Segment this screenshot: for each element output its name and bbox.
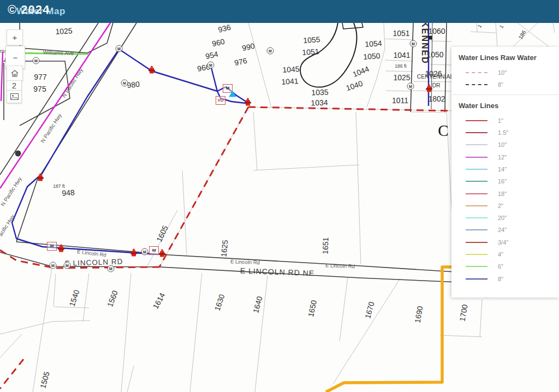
parcel-number-label: 1035: [311, 88, 329, 96]
parcel-number-label: 1045: [282, 65, 300, 74]
parcel-number-label: 1051: [302, 47, 319, 56]
legend-line-swatch: [466, 144, 487, 145]
legend-item: 24": [459, 224, 559, 236]
legend-line-swatch: [466, 254, 487, 255]
parcel-number-label: 980: [127, 80, 140, 89]
legend-item: 6": [459, 260, 559, 272]
legend-item: 4": [459, 248, 559, 260]
legend-panel: Water Lines Raw Water10"8"Water Lines1"1…: [451, 47, 559, 298]
legend-section: Water Lines1"1.5"10"12"14"16"18"2"20"24"…: [451, 95, 559, 288]
parcel-number-label: 187 ft: [53, 184, 64, 189]
water-meter-icon[interactable]: M: [141, 248, 148, 256]
level-button[interactable]: 2: [7, 80, 22, 91]
fire-hydrant-icon[interactable]: [38, 175, 43, 181]
legend-item-label: 3/4": [498, 239, 508, 246]
zoom-in-button[interactable]: +: [7, 29, 23, 45]
water-meter-icon[interactable]: M: [207, 62, 215, 69]
legend-item: 10": [459, 139, 559, 151]
parcel-number-label: 186 ft: [395, 64, 406, 69]
street-label-centennial-dr: DR: [432, 82, 440, 88]
parcel-number-label: 1041: [281, 77, 299, 86]
legend-item-label: 20": [498, 215, 507, 221]
fire-hydrant-icon[interactable]: [160, 251, 164, 257]
legend-line-swatch: [466, 229, 487, 230]
legend-item: 8": [459, 79, 559, 91]
valve-box-icon[interactable]: M: [149, 246, 159, 255]
parcel-number-label: 977: [34, 73, 46, 81]
legend-item-label: 16": [498, 178, 507, 185]
parcel-number-label: 1060: [428, 27, 445, 35]
legend-line-swatch: [466, 181, 487, 182]
legend-item: 1.5": [459, 127, 559, 139]
legend-item-label: 1.5": [498, 129, 508, 136]
parcel-number-label: 1011: [392, 97, 408, 104]
legend-line-swatch: [466, 120, 487, 121]
fire-hydrant-icon[interactable]: [150, 68, 154, 74]
legend-item: 12": [459, 151, 559, 163]
legend-item-label: 18": [498, 191, 507, 197]
parcel-number-label: 1802: [428, 95, 445, 103]
parcel-number-label: 1054: [365, 39, 382, 48]
boundary-orange: [326, 267, 452, 392]
fire-hydrant-icon[interactable]: [132, 251, 136, 257]
legend-item-label: 6": [498, 263, 503, 270]
home-button[interactable]: [7, 66, 23, 81]
legend-item-label: 10": [498, 141, 507, 148]
legend-item: 14": [459, 163, 559, 175]
legend-item-label: 10": [498, 69, 507, 76]
legend-item-label: 2": [498, 203, 503, 209]
water-meter-icon[interactable]: M: [50, 262, 57, 269]
parcel-number-label: 1625: [220, 240, 229, 257]
legend-section-title: Water Lines Raw Water: [459, 54, 559, 62]
water-meter-icon[interactable]: M: [64, 262, 71, 269]
legend-line-swatch: [466, 193, 487, 194]
legend-line-swatch: [466, 132, 487, 133]
water-meter-icon[interactable]: M: [410, 40, 417, 47]
fire-hydrant-icon[interactable]: [427, 86, 431, 92]
basemap-button[interactable]: [7, 90, 22, 103]
legend-line-swatch: [466, 169, 487, 170]
fire-hydrant-icon[interactable]: [59, 246, 63, 252]
legend-item-label: 12": [498, 154, 507, 161]
parcel-number-label: 1041: [393, 51, 410, 59]
legend-line-swatch: [466, 205, 487, 206]
water-meter-icon[interactable]: M: [108, 265, 115, 272]
legend-line-swatch: [466, 84, 487, 85]
legend-item: 8": [459, 272, 559, 284]
fire-hydrant-icon[interactable]: [246, 100, 250, 106]
legend-item: 20": [459, 212, 559, 224]
legend-line-swatch: [466, 217, 487, 218]
parcel-number-label: 1055: [303, 35, 320, 44]
valve-icon[interactable]: [429, 36, 432, 40]
well-icon[interactable]: [15, 151, 21, 157]
legend-line-swatch: [466, 266, 487, 267]
parcel-number-label: 975: [33, 85, 46, 93]
valve-box-icon[interactable]: M: [47, 242, 57, 251]
pond-top-rect: [342, 23, 363, 29]
parcel-number-label: 1050: [363, 52, 380, 61]
legend-item: 18": [459, 187, 559, 199]
legend-item-label: 14": [498, 166, 507, 173]
legend-item: 3/4": [459, 236, 559, 248]
pump-triangle-icon[interactable]: [229, 91, 236, 97]
water-meter-icon[interactable]: M: [116, 45, 123, 52]
legend-line-swatch: [466, 157, 487, 158]
water-meter-icon[interactable]: M: [121, 80, 128, 87]
parcel-number-label: 1651: [321, 237, 329, 254]
water-meter-icon[interactable]: M: [407, 83, 414, 90]
parcel-number-label: 1050: [426, 51, 443, 58]
legend-section-title: Water Lines: [459, 102, 559, 110]
valve-box-vu-icon[interactable]: VU: [216, 96, 225, 105]
image-icon: [10, 93, 19, 100]
legend-item-label: 1": [498, 117, 503, 124]
parcel-number-label: 1034: [311, 98, 328, 106]
legend-item: 2": [459, 200, 559, 212]
parcel-number-label: 1025: [393, 74, 410, 81]
partial-map-title: C: [438, 123, 448, 139]
water-meter-icon[interactable]: M: [267, 47, 274, 55]
street-label-e-lincoln-rd: E Lincoln Rd: [230, 259, 260, 265]
water-meter-icon[interactable]: M: [33, 57, 40, 64]
legend-line-swatch: [466, 72, 487, 73]
water-map-app: Williams AveWilliams AveN Pacific HwyN P…: [0, 0, 559, 392]
parcel-number-label: 948: [62, 188, 75, 197]
